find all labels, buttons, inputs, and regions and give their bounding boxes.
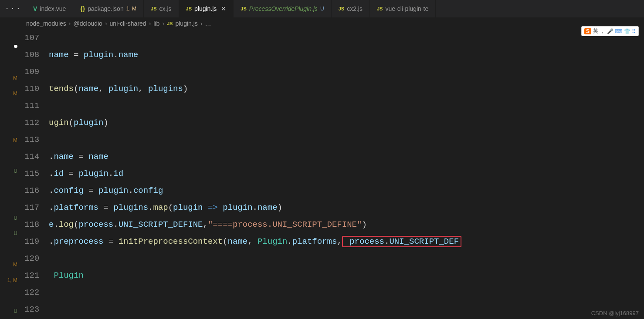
- code-content[interactable]: .config = plugin.config: [49, 182, 163, 199]
- code-line[interactable]: 114.name = name: [24, 148, 644, 165]
- ime-badge[interactable]: S 英 ， 🎤 ⌨ 👕 ⠿: [581, 26, 639, 36]
- code-line[interactable]: 107: [24, 30, 644, 47]
- line-number: 114: [24, 148, 49, 165]
- token: log: [59, 220, 74, 229]
- code-line[interactable]: 112ugin(plugin): [24, 114, 644, 131]
- token: ,: [247, 237, 258, 246]
- token: ,: [138, 84, 148, 94]
- token: .: [49, 203, 54, 212]
- code-content[interactable]: .preprocess = initPreprocessContext(name…: [49, 233, 461, 250]
- sogou-logo-icon: S: [584, 28, 591, 34]
- tab-index-vue[interactable]: Vindex.vue: [26, 0, 73, 17]
- content-row: MMMUUUM1, MU node_modules›@dcloudio›uni-…: [0, 17, 644, 319]
- breadcrumb-segment[interactable]: uni-cli-shared: [110, 20, 146, 27]
- scm-indicator: M: [13, 86, 17, 101]
- chevron-right-icon: ›: [149, 20, 151, 27]
- token: [49, 271, 54, 280]
- token: name: [119, 50, 139, 60]
- tab-filename: index.vue: [40, 5, 66, 12]
- tab-package-json[interactable]: {}package.json1, M: [73, 0, 144, 17]
- tab-modified-indicator: 1, M: [126, 6, 136, 12]
- code-line[interactable]: 116.config = plugin.config: [24, 182, 644, 199]
- code-line[interactable]: 109: [24, 64, 644, 81]
- js-file-icon: JS: [151, 6, 156, 11]
- code-content[interactable]: .platforms = plugins.map(plugin => plugi…: [49, 199, 282, 216]
- line-number: 112: [24, 114, 49, 131]
- scm-gutter: MMMUUUM1, MU: [0, 17, 21, 319]
- line-number: 121: [24, 267, 49, 284]
- breadcrumb-file[interactable]: plugin.js: [175, 20, 197, 27]
- token: (: [74, 84, 78, 94]
- code-line[interactable]: 121 Plugin: [24, 267, 644, 284]
- ime-sep: ，: [600, 27, 605, 35]
- token: .: [287, 237, 292, 246]
- code-content[interactable]: e.log(process.UNI_SCRIPT_DEFINE,"====pro…: [49, 216, 367, 233]
- code-line[interactable]: 108name = plugin.name: [24, 47, 644, 64]
- code-line[interactable]: 120: [24, 250, 644, 267]
- code-content[interactable]: name = plugin.name: [49, 47, 138, 64]
- token: (: [74, 220, 78, 229]
- token: ,: [203, 220, 208, 229]
- menu-button[interactable]: ···: [0, 0, 26, 17]
- line-number: 120: [24, 250, 49, 267]
- tab-cx2-js[interactable]: JScx2.js: [332, 0, 370, 17]
- breadcrumb-segment[interactable]: @dcloudio: [74, 20, 102, 27]
- code-content[interactable]: tends(name, plugin, plugins): [49, 81, 188, 97]
- code-line[interactable]: 117.platforms = plugins.map(plugin => pl…: [24, 199, 644, 216]
- line-number: 108: [24, 47, 49, 64]
- editor-pane: node_modules›@dcloudio›uni-cli-shared›li…: [21, 17, 644, 319]
- code-line[interactable]: 119.preprocess = initPreprocessContext(n…: [24, 233, 644, 250]
- token: plugin: [108, 84, 138, 94]
- token: tends: [49, 84, 74, 94]
- token: =: [98, 203, 113, 212]
- token: ugin: [49, 118, 69, 128]
- tab-filename: cx2.js: [347, 5, 363, 12]
- code-content[interactable]: .id = plugin.id: [49, 165, 123, 182]
- token: =: [74, 152, 88, 161]
- code-area[interactable]: 107108name = plugin.name109110tends(name…: [21, 30, 644, 318]
- breadcrumb-segment[interactable]: node_modules: [26, 20, 66, 27]
- token: .: [128, 186, 133, 195]
- breadcrumb-segment[interactable]: lib: [153, 20, 159, 27]
- token: =>: [203, 203, 223, 212]
- breadcrumb-trail[interactable]: …: [205, 20, 211, 27]
- line-number: 110: [24, 81, 49, 97]
- token: config: [54, 186, 83, 195]
- js-file-icon: JS: [377, 6, 383, 11]
- code-line[interactable]: 115.id = plugin.id: [24, 165, 644, 182]
- tab-plugin-js[interactable]: JSplugin.js✕: [179, 0, 234, 17]
- tab-filename: package.json: [88, 5, 124, 12]
- token: name: [78, 84, 98, 94]
- code-content[interactable]: .name = name: [49, 148, 108, 165]
- line-number: 107: [24, 30, 49, 47]
- line-number: 115: [24, 165, 49, 182]
- tab-ProcessOverridePlugin-js[interactable]: JSProcessOverridePlugin.jsU: [234, 0, 331, 17]
- scm-indicator: U: [14, 226, 17, 242]
- line-number: 116: [24, 182, 49, 199]
- code-line[interactable]: 110tends(name, plugin, plugins): [24, 81, 644, 97]
- token: name: [54, 152, 74, 161]
- code-line[interactable]: 122: [24, 284, 644, 301]
- token: (: [69, 118, 74, 128]
- chevron-right-icon: ›: [162, 20, 164, 27]
- tab-vue-cli-plugin-te[interactable]: JSvue-cli-plugin-te: [370, 0, 436, 17]
- code-content[interactable]: Plugin: [49, 267, 84, 284]
- breadcrumb[interactable]: node_modules›@dcloudio›uni-cli-shared›li…: [21, 17, 644, 30]
- code-line[interactable]: 111: [24, 97, 644, 114]
- close-icon[interactable]: ✕: [221, 5, 226, 12]
- code-line[interactable]: 113: [24, 131, 644, 148]
- scm-indicator: M: [13, 132, 17, 148]
- token: (: [223, 237, 227, 246]
- token: process: [345, 237, 384, 246]
- chevron-right-icon: ›: [69, 20, 71, 27]
- token: .: [384, 237, 389, 246]
- token: name: [88, 152, 108, 161]
- code-content[interactable]: ugin(plugin): [49, 114, 108, 131]
- js-file-icon: JS: [186, 6, 192, 11]
- token: .: [49, 169, 54, 178]
- token: plugin: [84, 50, 113, 60]
- token: plugin: [74, 118, 103, 128]
- code-line[interactable]: 123: [24, 301, 644, 318]
- code-line[interactable]: 118e.log(process.UNI_SCRIPT_DEFINE,"====…: [24, 216, 644, 233]
- tab-cx-js[interactable]: JScx.js: [144, 0, 179, 17]
